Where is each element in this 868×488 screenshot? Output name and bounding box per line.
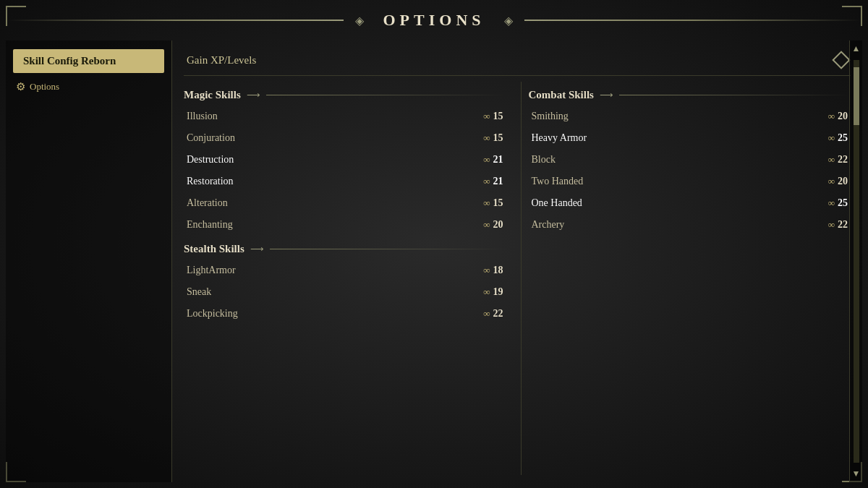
skill-value: ∞25 — [828, 132, 848, 144]
mod-name[interactable]: Skill Config Reborn — [13, 49, 164, 73]
skill-value: ∞21 — [483, 176, 503, 187]
skill-value: ∞15 — [483, 197, 503, 209]
combat-skills-title: Combat Skills — [529, 89, 594, 101]
col-magic-stealth: Magic Skills ⟶ Illusion∞15Conjuration∞15… — [184, 82, 521, 475]
skill-name: Two Handed — [532, 176, 584, 187]
skill-row[interactable]: Block∞22 — [529, 149, 851, 171]
combat-skills-header: Combat Skills ⟶ — [529, 89, 851, 101]
magic-skills-list: Illusion∞15Conjuration∞15Destruction∞21R… — [184, 106, 506, 236]
stealth-section-icon: ⟶ — [250, 244, 264, 255]
skill-number: 22 — [493, 308, 503, 320]
skill-number: 21 — [493, 176, 503, 187]
skill-row[interactable]: Conjuration∞15 — [184, 127, 506, 149]
skill-number: 15 — [493, 132, 503, 144]
skill-number: 25 — [838, 197, 848, 209]
infinity-icon: ∞ — [483, 176, 490, 187]
skill-name: Conjuration — [187, 132, 235, 144]
infinity-icon: ∞ — [483, 265, 490, 276]
skills-columns: Magic Skills ⟶ Illusion∞15Conjuration∞15… — [184, 82, 851, 475]
infinity-icon: ∞ — [483, 132, 490, 144]
skill-number: 20 — [493, 219, 503, 231]
skill-number: 15 — [493, 197, 503, 209]
skill-name: Smithing — [532, 111, 569, 122]
skill-value: ∞15 — [483, 132, 503, 144]
diamond-icon — [832, 51, 850, 69]
skill-value: ∞22 — [483, 308, 503, 320]
skill-name: Sneak — [187, 286, 211, 298]
skill-row[interactable]: Two Handed∞20 — [529, 171, 851, 192]
skill-row[interactable]: Enchanting∞20 — [184, 214, 506, 236]
infinity-icon: ∞ — [828, 219, 835, 231]
magic-section-icon: ⟶ — [247, 90, 260, 101]
skill-row[interactable]: Sneak∞19 — [184, 281, 506, 303]
stealth-skills-list: LightArmor∞18Sneak∞19Lockpicking∞22 — [184, 260, 506, 325]
sidebar: Skill Config Reborn ⚙ Options — [6, 40, 172, 482]
main-content: Gain XP/Levels Magic Skills ⟶ Illusion∞1… — [172, 40, 862, 482]
skill-value: ∞19 — [483, 286, 503, 298]
skill-value: ∞20 — [828, 111, 848, 122]
skill-row[interactable]: Alteration∞15 — [184, 192, 506, 214]
infinity-icon: ∞ — [828, 197, 835, 209]
scroll-up-arrow[interactable]: ▲ — [852, 40, 861, 57]
sidebar-options-item[interactable]: ⚙ Options — [6, 77, 171, 96]
combat-section-icon: ⟶ — [600, 90, 613, 101]
skill-value: ∞21 — [483, 154, 503, 166]
magic-section-line — [266, 95, 506, 95]
skill-name: Block — [532, 154, 556, 166]
col-combat: Combat Skills ⟶ Smithing∞20Heavy Armor∞2… — [521, 82, 851, 475]
skill-number: 19 — [493, 286, 503, 298]
skill-number: 20 — [838, 176, 848, 187]
infinity-icon: ∞ — [483, 111, 490, 122]
skill-row[interactable]: Smithing∞20 — [529, 106, 851, 127]
infinity-icon: ∞ — [828, 111, 835, 122]
skill-name: LightArmor — [187, 265, 236, 276]
skill-name: Destruction — [187, 154, 234, 166]
infinity-icon: ∞ — [483, 219, 490, 231]
skill-row[interactable]: Archery∞22 — [529, 214, 851, 236]
scroll-down-arrow[interactable]: ▼ — [852, 466, 861, 482]
skill-name: Lockpicking — [187, 308, 238, 320]
skill-row[interactable]: One Handed∞25 — [529, 192, 851, 214]
scrollbar-thumb[interactable] — [854, 67, 859, 125]
header-ornament-left: ◈ — [355, 14, 364, 27]
skill-number: 20 — [838, 111, 848, 122]
gain-xp-label: Gain XP/Levels — [187, 54, 256, 67]
skill-value: ∞25 — [828, 197, 848, 209]
skill-number: 25 — [838, 132, 848, 144]
skill-value: ∞20 — [483, 219, 503, 231]
header-line-left — [7, 20, 344, 21]
header-ornament-right: ◈ — [504, 14, 513, 27]
skill-row[interactable]: Lockpicking∞22 — [184, 303, 506, 325]
skill-value: ∞22 — [828, 219, 848, 231]
gear-icon: ⚙ — [16, 80, 25, 93]
skill-row[interactable]: Destruction∞21 — [184, 149, 506, 171]
header-line-right — [524, 20, 861, 21]
skill-row[interactable]: LightArmor∞18 — [184, 260, 506, 281]
stealth-skills-title: Stealth Skills — [184, 243, 244, 255]
skill-number: 15 — [493, 111, 503, 122]
skill-name: Heavy Armor — [532, 132, 587, 144]
skill-name: Illusion — [187, 111, 218, 122]
skill-row[interactable]: Illusion∞15 — [184, 106, 506, 127]
skill-name: Enchanting — [187, 219, 233, 231]
magic-skills-header: Magic Skills ⟶ — [184, 89, 506, 101]
infinity-icon: ∞ — [483, 286, 490, 298]
infinity-icon: ∞ — [828, 154, 835, 166]
skill-row[interactable]: Restoration∞21 — [184, 171, 506, 192]
header-title: OPTIONS — [368, 11, 499, 30]
infinity-icon: ∞ — [483, 197, 490, 209]
combat-section-line — [619, 95, 851, 95]
skill-row[interactable]: Heavy Armor∞25 — [529, 127, 851, 149]
skill-name: Alteration — [187, 197, 228, 209]
skill-value: ∞20 — [828, 176, 848, 187]
skill-value: ∞22 — [828, 154, 848, 166]
gain-xp-row[interactable]: Gain XP/Levels — [184, 48, 851, 76]
skill-name: Restoration — [187, 176, 234, 187]
scrollbar-track[interactable] — [854, 60, 859, 463]
magic-skills-title: Magic Skills — [184, 89, 241, 101]
skill-name: One Handed — [532, 197, 582, 209]
stealth-section-line — [270, 249, 506, 249]
combat-skills-list: Smithing∞20Heavy Armor∞25Block∞22Two Han… — [529, 106, 851, 236]
header: ◈ OPTIONS ◈ — [0, 0, 868, 40]
skill-number: 22 — [838, 219, 848, 231]
